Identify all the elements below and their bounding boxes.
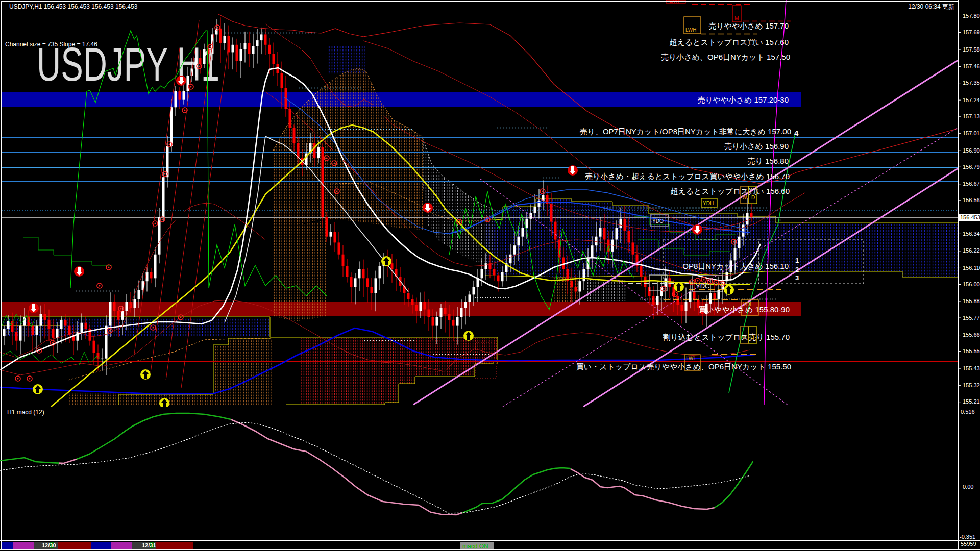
svg-text:OP8日NYカット大きめ 156.10: OP8日NYカット大きめ 156.10 [682,262,789,270]
svg-text:156.340: 156.340 [963,231,980,237]
svg-text:超えるとストップロス買い 157.60: 超えるとストップロス買い 157.60 [669,38,789,46]
svg-text:12/31: 12/31 [142,542,156,548]
svg-text:156.790: 156.790 [963,164,980,170]
svg-text:D: D [751,195,755,201]
svg-text:割り込むとストップロス売り 155.70: 割り込むとストップロス売り 155.70 [663,333,790,341]
svg-text:156.000: 156.000 [963,281,980,287]
svg-text:55959: 55959 [961,541,976,547]
svg-text:157.015: 157.015 [963,130,980,136]
svg-text:2: 2 [795,266,799,273]
svg-text:Channel size = 735 Slope = 17.: Channel size = 735 Slope = 17.46 [5,41,97,48]
svg-text:YDH: YDH [703,201,714,206]
svg-text:156.225: 156.225 [963,247,980,254]
svg-text:YDO: YDO [652,218,664,224]
svg-text:155.550: 155.550 [963,348,980,354]
svg-text:-0.351: -0.351 [960,534,975,540]
svg-text:LWL: LWL [686,356,696,361]
svg-text:155.775: 155.775 [963,315,980,321]
svg-text:売りやや小さめ 157.70: 売りやや小さめ 157.70 [708,21,789,30]
svg-text:売り小さめ、OP6日NYカット 157.50: 売り小さめ、OP6日NYカット 157.50 [661,53,790,61]
svg-text:157.695: 157.695 [963,29,980,35]
svg-text:157.580: 157.580 [963,46,980,53]
svg-text:155.320: 155.320 [963,382,980,388]
svg-text:157.130: 157.130 [963,113,980,119]
svg-text:買いやや小さめ 155.80-90: 買いやや小さめ 155.80-90 [699,305,790,314]
svg-text:売り小さめ・超えるとストップロス買いやや小さめ 156.70: 売り小さめ・超えるとストップロス買いやや小さめ 156.70 [585,172,790,181]
svg-text:macd ON: macd ON [462,543,488,550]
svg-text:W: W [742,195,747,201]
svg-text:LWH: LWH [669,0,679,4]
svg-text:M: M [734,16,739,21]
svg-text:156.110: 156.110 [963,265,980,271]
svg-text:157.805: 157.805 [963,13,980,19]
svg-text:USDJPY,H1 156.453 156.453 156: USDJPY,H1 156.453 156.453 156.453 156.45… [9,3,138,10]
svg-text:157.240: 157.240 [963,97,980,103]
svg-text:156.565: 156.565 [963,197,980,203]
svg-text:155.435: 155.435 [963,365,980,371]
svg-text:売り 156.80: 売り 156.80 [748,157,789,165]
svg-text:H1 macd (12): H1 macd (12) [7,409,44,416]
svg-text:157.355: 157.355 [963,80,980,86]
svg-text:1: 1 [795,257,799,264]
svg-text:売り、OP7日NYカット/OP8日NYカット非常に大きめ 1: 売り、OP7日NYカット/OP8日NYカット非常に大きめ 157.00 [580,127,791,136]
svg-text:155.885: 155.885 [963,298,980,304]
svg-text:0.00: 0.00 [963,484,973,490]
svg-text:156.675: 156.675 [963,181,980,187]
svg-text:売りやや小さめ 157.20-30: 売りやや小さめ 157.20-30 [698,95,789,104]
svg-text:12/30: 12/30 [42,542,56,548]
svg-text:157.465: 157.465 [963,63,980,69]
svg-text:155.660: 155.660 [963,332,980,338]
svg-text:12/30 06:34 更新: 12/30 06:34 更新 [908,3,954,10]
svg-text:0.516: 0.516 [961,409,975,415]
svg-text:売り小さめ 156.90: 売り小さめ 156.90 [724,142,789,151]
svg-text:超えるとストップロス買い 156.60: 超えるとストップロス買い 156.60 [670,187,790,195]
svg-text:4: 4 [794,129,799,137]
svg-text:156.900: 156.900 [963,147,980,154]
svg-text:155.210: 155.210 [963,398,980,405]
svg-text:買い・ストップロス売りやや小さめ、OP6日NYカット 155: 買い・ストップロス売りやや小さめ、OP6日NYカット 155.50 [576,362,791,371]
svg-text:LWH: LWH [685,27,696,33]
svg-text:156.453: 156.453 [960,214,980,220]
svg-text:3: 3 [795,274,799,282]
